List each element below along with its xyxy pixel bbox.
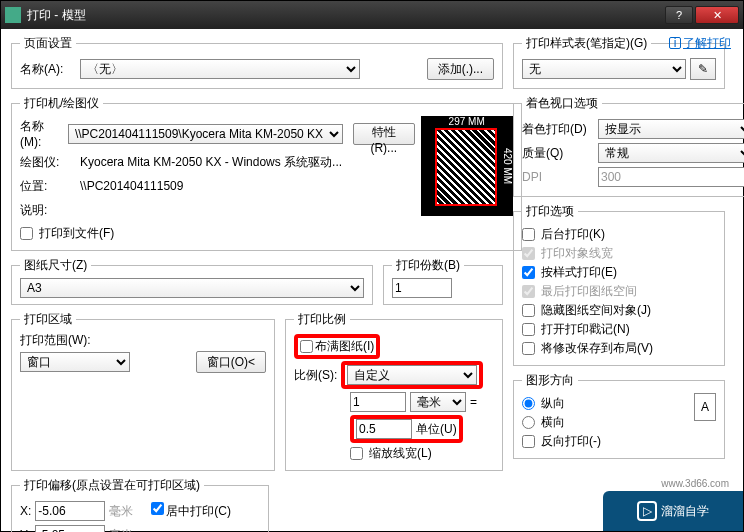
offset-x-input[interactable]: [35, 501, 105, 521]
scale-unit1-select[interactable]: 毫米: [410, 392, 466, 412]
brand-url: www.3d66.com: [661, 478, 729, 489]
landscape-radio[interactable]: [522, 416, 535, 429]
upside-checkbox[interactable]: [522, 435, 535, 448]
copies-input[interactable]: [392, 278, 452, 298]
range-select[interactable]: 窗口: [20, 352, 130, 372]
location-label: 位置:: [20, 178, 76, 195]
option-checkbox-5[interactable]: [522, 323, 535, 336]
plotter-label: 绘图仪:: [20, 154, 76, 171]
fit-paper-highlight: 布满图纸(I): [294, 334, 380, 359]
viewport-group: 着色视口选项 着色打印(D)按显示 质量(Q)常规 DPI: [513, 95, 744, 197]
option-checkbox-2[interactable]: [522, 266, 535, 279]
scale-num2-input[interactable]: [356, 419, 412, 439]
scale-legend: 打印比例: [294, 311, 350, 328]
printer-group: 打印机/绘图仪 名称(M): \\PC201404111509\Kyocera …: [11, 95, 522, 251]
offset-legend: 打印偏移(原点设置在可打印区域): [20, 477, 204, 494]
print-scale-group: 打印比例 布满图纸(I) 比例(S): 自定义 毫米 =: [285, 311, 503, 471]
paper-preview: 297 MM 420 MM: [421, 116, 513, 216]
option-checkbox-4[interactable]: [522, 304, 535, 317]
desc-label: 说明:: [20, 202, 76, 219]
print-options-group: 打印选项 后台打印(K)打印对象线宽按样式打印(E)最后打印图纸空间隐藏图纸空间…: [513, 203, 725, 366]
plotter-value: Kyocera Mita KM-2050 KX - Windows 系统驱动..…: [80, 154, 342, 171]
orientation-icon: A: [694, 393, 716, 421]
scale-num1-input[interactable]: [350, 392, 406, 412]
ratio-select[interactable]: 自定义: [347, 365, 477, 385]
titlebar: 打印 - 模型 ? ✕: [1, 1, 743, 29]
options-legend: 打印选项: [522, 203, 578, 220]
offset-y-input[interactable]: [35, 525, 105, 532]
option-checkbox-3: [522, 285, 535, 298]
fit-paper-checkbox[interactable]: [300, 340, 313, 353]
viewport-legend: 着色视口选项: [522, 95, 602, 112]
page-setup-group: 页面设置 名称(A): 〈无〉 添加(.)...: [11, 35, 503, 89]
paper-size-group: 图纸尺寸(Z) A3: [11, 257, 373, 305]
offset-group: 打印偏移(原点设置在可打印区域) X: 毫米 居中打印(C) Y: 毫米: [11, 477, 269, 532]
location-value: \\PC201404111509: [80, 179, 183, 193]
add-button[interactable]: 添加(.)...: [427, 58, 494, 80]
info-icon: i: [669, 37, 681, 49]
center-checkbox[interactable]: [151, 502, 164, 515]
scale-lw-checkbox[interactable]: [350, 447, 363, 460]
page-setup-legend: 页面设置: [20, 35, 76, 52]
orient-legend: 图形方向: [522, 372, 578, 389]
area-legend: 打印区域: [20, 311, 76, 328]
ratio-highlight: 自定义: [341, 361, 483, 389]
printer-props-button[interactable]: 特性(R)...: [353, 123, 415, 145]
paper-legend: 图纸尺寸(Z): [20, 257, 91, 274]
printer-legend: 打印机/绘图仪: [20, 95, 103, 112]
style-legend: 打印样式表(笔指定)(G): [522, 35, 651, 52]
help-button[interactable]: ?: [665, 6, 693, 24]
portrait-radio[interactable]: [522, 397, 535, 410]
play-icon: ▷: [637, 501, 657, 521]
copies-group: 打印份数(B): [383, 257, 503, 305]
style-edit-button[interactable]: ✎: [690, 58, 716, 80]
name-label: 名称(A):: [20, 61, 76, 78]
app-icon: [5, 7, 21, 23]
plot-style-select[interactable]: 无: [522, 59, 686, 79]
shade-select[interactable]: 按显示: [598, 119, 744, 139]
dpi-input: [598, 167, 744, 187]
learn-print-link[interactable]: i了解打印: [669, 35, 731, 52]
range-label: 打印范围(W):: [20, 332, 266, 349]
option-checkbox-0[interactable]: [522, 228, 535, 241]
close-button[interactable]: ✕: [695, 6, 739, 24]
window-title: 打印 - 模型: [27, 7, 665, 24]
printer-name-select[interactable]: \\PC201404111509\Kyocera Mita KM-2050 KX: [68, 124, 343, 144]
page-setup-name-select[interactable]: 〈无〉: [80, 59, 360, 79]
window-pick-button[interactable]: 窗口(O)<: [196, 351, 266, 373]
quality-select[interactable]: 常规: [598, 143, 744, 163]
brand-watermark: ▷ 溜溜自学: [603, 491, 743, 531]
print-to-file-checkbox[interactable]: [20, 227, 33, 240]
option-checkbox-6[interactable]: [522, 342, 535, 355]
printer-name-label: 名称(M):: [20, 118, 64, 149]
scale-num2-highlight: 单位(U): [350, 415, 463, 443]
paper-size-select[interactable]: A3: [20, 278, 364, 298]
option-checkbox-1: [522, 247, 535, 260]
ratio-label: 比例(S):: [294, 367, 337, 384]
copies-legend: 打印份数(B): [392, 257, 464, 274]
print-area-group: 打印区域 打印范围(W): 窗口 窗口(O)<: [11, 311, 275, 471]
pencil-icon: ✎: [698, 62, 708, 76]
orientation-group: 图形方向 纵向 横向 反向打印(-) A: [513, 372, 725, 459]
